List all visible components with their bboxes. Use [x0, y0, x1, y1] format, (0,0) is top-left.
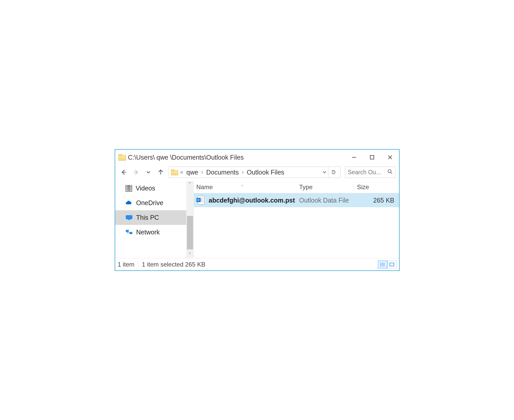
breadcrumb: « qwe › Documents › Outlook Files [180, 169, 321, 176]
arrow-right-icon [133, 169, 139, 176]
column-label: Type [299, 184, 313, 190]
outlook-pst-icon: O [196, 196, 204, 205]
breadcrumb-item[interactable]: qwe [186, 169, 198, 176]
details-view-icon [380, 262, 385, 267]
view-details-button[interactable] [378, 261, 387, 268]
file-list: Name ˄ Type Size O abcdefghi@outlook.com… [194, 181, 399, 258]
maximize-icon [369, 154, 375, 160]
network-icon [125, 230, 133, 235]
breadcrumb-item[interactable]: Documents [206, 169, 239, 176]
file-row[interactable]: O abcdefghi@outlook.com.pst Outlook Data… [194, 193, 399, 207]
status-bar: 1 item 1 item selected 265 KB [115, 258, 399, 270]
recent-locations-button[interactable] [145, 168, 152, 176]
svg-rect-9 [126, 215, 132, 219]
arrow-left-icon [120, 169, 127, 176]
titlebar[interactable]: C:\Users\ qwe \Documents\Outlook Files [115, 150, 399, 165]
minimize-icon [351, 154, 357, 160]
maximize-button[interactable] [363, 150, 381, 165]
explorer-window: C:\Users\ qwe \Documents\Outlook Files [115, 149, 400, 271]
divider [138, 261, 138, 268]
navigation-pane: Videos OneDrive This PC [115, 181, 194, 258]
svg-point-7 [388, 170, 391, 173]
sidebar-item-label: Videos [136, 185, 155, 192]
refresh-button[interactable] [328, 167, 339, 178]
sidebar-item-thispc[interactable]: This PC [115, 210, 186, 225]
breadcrumb-item[interactable]: Outlook Files [247, 169, 284, 176]
sidebar-scrollbar[interactable]: ˄ ˅ [186, 181, 194, 258]
column-headers: Name ˄ Type Size [194, 181, 399, 193]
view-switcher [378, 261, 396, 268]
back-button[interactable] [120, 168, 128, 176]
sidebar-item-label: Network [136, 229, 160, 236]
address-bar[interactable]: « qwe › Documents › Outlook Files [169, 167, 340, 178]
window-controls [345, 150, 399, 165]
arrow-up-icon [157, 169, 164, 176]
minimize-button[interactable] [345, 150, 363, 165]
close-button[interactable] [381, 150, 399, 165]
sort-indicator-icon: ˄ [241, 184, 244, 190]
scroll-track[interactable] [186, 188, 194, 251]
sidebar-item-label: This PC [136, 214, 159, 221]
sidebar-item-videos[interactable]: Videos [115, 181, 186, 196]
column-label: Size [357, 184, 369, 190]
folder-icon [171, 169, 178, 175]
window-title: C:\Users\ qwe \Documents\Outlook Files [128, 154, 345, 161]
file-size: 265 KB [353, 197, 399, 204]
column-header-type[interactable]: Type [299, 184, 353, 191]
chevron-down-icon[interactable] [322, 170, 327, 174]
scroll-up-button[interactable]: ˄ [186, 181, 194, 188]
svg-rect-14 [382, 263, 385, 263]
status-selection: 1 item selected 265 KB [142, 261, 205, 268]
svg-rect-18 [382, 266, 385, 266]
file-name: abcdefghi@outlook.com.pst [209, 197, 295, 204]
svg-rect-15 [380, 264, 381, 265]
onedrive-icon [125, 200, 133, 206]
file-type: Outlook Data File [299, 197, 353, 204]
search-placeholder: Search Ou... [348, 169, 381, 176]
svg-rect-10 [128, 219, 130, 220]
thumbnails-view-icon [389, 262, 394, 267]
scroll-thumb[interactable] [187, 216, 193, 249]
svg-rect-13 [380, 263, 381, 263]
navigation-bar: « qwe › Documents › Outlook Files Search… [115, 165, 399, 181]
column-label: Name [196, 184, 213, 191]
search-input[interactable]: Search Ou... [345, 167, 395, 178]
svg-rect-20 [390, 263, 394, 266]
up-button[interactable] [157, 168, 165, 176]
sidebar-item-label: OneDrive [136, 199, 164, 207]
svg-line-8 [391, 172, 392, 174]
search-icon [387, 169, 393, 176]
thispc-icon [125, 215, 133, 221]
scroll-down-button[interactable]: ˅ [186, 251, 194, 258]
folder-icon [118, 154, 125, 160]
sidebar-item-network[interactable]: Network [115, 225, 186, 240]
view-thumbnails-button[interactable] [387, 261, 396, 268]
breadcrumb-overflow[interactable]: « [180, 169, 183, 176]
sidebar-item-onedrive[interactable]: OneDrive [115, 196, 186, 210]
forward-button[interactable] [132, 168, 140, 176]
refresh-icon [331, 170, 336, 175]
chevron-right-icon: › [201, 169, 203, 176]
svg-rect-1 [370, 156, 374, 159]
videos-icon [125, 185, 132, 192]
column-header-size[interactable]: Size [353, 184, 399, 191]
close-icon [387, 154, 393, 160]
status-item-count: 1 item [118, 261, 134, 268]
chevron-down-icon [146, 170, 151, 175]
chevron-right-icon: › [242, 169, 244, 176]
column-header-name[interactable]: Name ˄ [196, 184, 299, 191]
svg-rect-17 [380, 266, 381, 266]
svg-rect-16 [382, 264, 385, 265]
svg-rect-11 [126, 230, 129, 232]
